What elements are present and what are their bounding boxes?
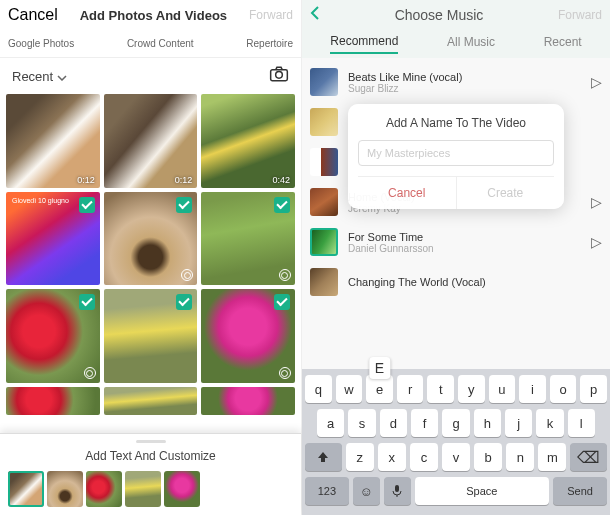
track-row[interactable]: Beats Like Mine (vocal) Sugar Blizz ▷: [310, 62, 602, 102]
svg-rect-2: [395, 485, 399, 492]
album-cover: [310, 68, 338, 96]
tab-repertoire[interactable]: Repertoire: [246, 38, 293, 49]
grid-item[interactable]: [6, 289, 100, 383]
thumbnail[interactable]: [164, 471, 200, 507]
grid-item[interactable]: [104, 289, 198, 383]
thumbnail[interactable]: [47, 471, 83, 507]
track-title: For Some Time: [348, 231, 581, 243]
dialog-cancel-button[interactable]: Cancel: [358, 177, 457, 209]
track-title: Beats Like Mine (vocal): [348, 71, 581, 83]
key-z[interactable]: z: [346, 443, 374, 471]
mic-key[interactable]: [384, 477, 411, 505]
key-m[interactable]: m: [538, 443, 566, 471]
check-icon: [176, 294, 192, 310]
play-icon[interactable]: ▷: [591, 234, 602, 250]
key-t[interactable]: t: [427, 375, 454, 403]
send-key[interactable]: Send: [553, 477, 607, 505]
key-l[interactable]: l: [568, 409, 595, 437]
cancel-button[interactable]: Cancel: [8, 6, 58, 24]
track-row[interactable]: For Some Time Daniel Gunnarsson ▷: [310, 222, 602, 262]
play-icon[interactable]: ▷: [591, 74, 602, 90]
shift-key[interactable]: [305, 443, 342, 471]
source-tabs: Google Photos Crowd Content Repertoire: [0, 30, 301, 58]
key-u[interactable]: u: [489, 375, 516, 403]
grid-item[interactable]: [201, 289, 295, 383]
music-tabs: Recommend All Music Recent: [302, 30, 610, 58]
video-duration: 0:42: [272, 175, 290, 185]
backspace-key[interactable]: ⌫: [570, 443, 607, 471]
chevron-down-icon: [57, 69, 67, 84]
check-icon: [79, 294, 95, 310]
track-row[interactable]: Changing The World (Vocal): [310, 262, 602, 302]
back-icon[interactable]: [310, 5, 320, 25]
track-artist: Daniel Gunnarsson: [348, 243, 581, 254]
svg-point-1: [276, 72, 283, 79]
space-key[interactable]: Space: [415, 477, 550, 505]
key-p[interactable]: p: [580, 375, 607, 403]
key-v[interactable]: v: [442, 443, 470, 471]
forward-button[interactable]: Forward: [249, 8, 293, 22]
album-cover: [310, 268, 338, 296]
dialog-create-button[interactable]: Create: [457, 177, 555, 209]
key-f[interactable]: f: [411, 409, 438, 437]
key-j[interactable]: j: [505, 409, 532, 437]
key-s[interactable]: s: [348, 409, 375, 437]
tab-recent[interactable]: Recent: [544, 35, 582, 53]
tab-recommend[interactable]: Recommend: [330, 34, 398, 54]
play-icon[interactable]: ▷: [591, 194, 602, 210]
key-o[interactable]: o: [550, 375, 577, 403]
live-photo-icon: [84, 367, 96, 379]
video-duration: 0:12: [175, 175, 193, 185]
grid-item[interactable]: [201, 387, 295, 415]
key-h[interactable]: h: [474, 409, 501, 437]
camera-icon[interactable]: [269, 65, 289, 87]
thumbnail[interactable]: [86, 471, 122, 507]
drag-handle[interactable]: [136, 440, 166, 443]
key-w[interactable]: w: [336, 375, 363, 403]
grid-item[interactable]: Giovedì 10 giugno: [6, 192, 100, 286]
forward-button[interactable]: Forward: [558, 8, 602, 22]
key-d[interactable]: d: [380, 409, 407, 437]
thumbnail[interactable]: [125, 471, 161, 507]
numbers-key[interactable]: 123: [305, 477, 349, 505]
key-b[interactable]: b: [474, 443, 502, 471]
key-i[interactable]: i: [519, 375, 546, 403]
key-e[interactable]: e: [366, 375, 393, 403]
key-r[interactable]: r: [397, 375, 424, 403]
album-dropdown[interactable]: Recent: [12, 69, 67, 84]
bottom-sheet[interactable]: Add Text And Customize: [0, 433, 301, 515]
key-y[interactable]: y: [458, 375, 485, 403]
left-header: Cancel Add Photos And Videos Forward: [0, 0, 301, 30]
video-duration: 0:12: [77, 175, 95, 185]
thumbnail[interactable]: [8, 471, 44, 507]
key-q[interactable]: q: [305, 375, 332, 403]
album-cover: [310, 228, 338, 256]
album-selector-row: Recent: [0, 58, 301, 94]
grid-item[interactable]: [104, 192, 198, 286]
key-a[interactable]: a: [317, 409, 344, 437]
album-name: Recent: [12, 69, 53, 84]
check-icon: [79, 197, 95, 213]
date-label: Giovedì 10 giugno: [12, 197, 69, 204]
key-k[interactable]: k: [536, 409, 563, 437]
check-icon: [274, 294, 290, 310]
grid-item[interactable]: 0:42: [201, 94, 295, 188]
emoji-key[interactable]: ☺: [353, 477, 380, 505]
album-cover: [310, 148, 338, 176]
album-cover: [310, 108, 338, 136]
key-g[interactable]: g: [442, 409, 469, 437]
grid-item[interactable]: [201, 192, 295, 286]
key-x[interactable]: x: [378, 443, 406, 471]
grid-item[interactable]: 0:12: [104, 94, 198, 188]
tab-crowd-content[interactable]: Crowd Content: [127, 38, 194, 49]
grid-item[interactable]: [104, 387, 198, 415]
grid-item[interactable]: 0:12: [6, 94, 100, 188]
grid-item[interactable]: [6, 387, 100, 415]
video-name-input[interactable]: [358, 140, 554, 166]
live-photo-icon: [279, 367, 291, 379]
tab-google-photos[interactable]: Google Photos: [8, 38, 74, 49]
tab-all-music[interactable]: All Music: [447, 35, 495, 53]
right-header: Choose Music Forward: [302, 0, 610, 30]
key-c[interactable]: c: [410, 443, 438, 471]
key-n[interactable]: n: [506, 443, 534, 471]
